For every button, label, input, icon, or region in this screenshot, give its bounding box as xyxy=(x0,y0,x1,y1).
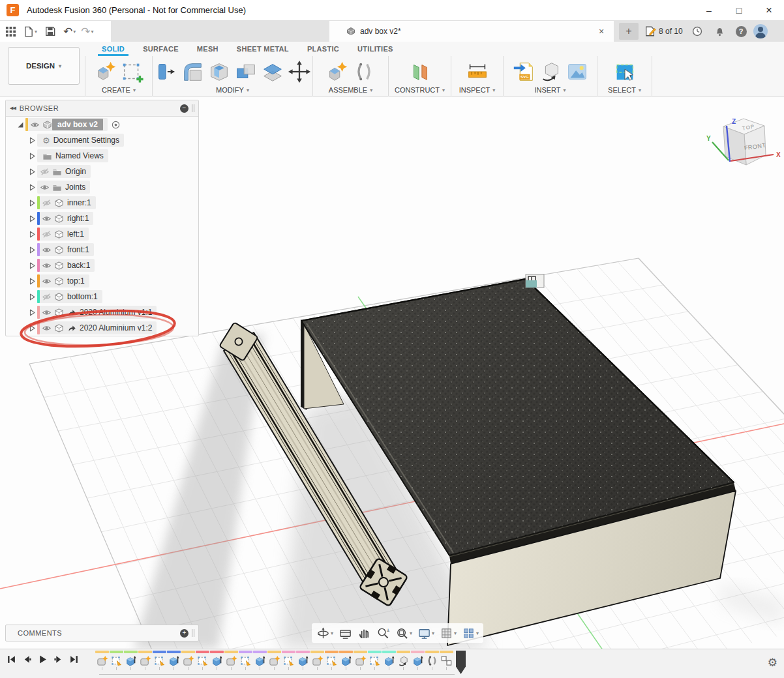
timeline-op-sketch-5[interactable] xyxy=(153,651,166,670)
document-tab-close-icon[interactable]: × xyxy=(596,26,607,37)
measure-icon[interactable] xyxy=(465,59,490,84)
press-pull-icon[interactable] xyxy=(153,59,178,84)
tab-mesh[interactable]: MESH xyxy=(188,42,228,56)
browser-item-label[interactable]: adv box v2 xyxy=(52,119,103,130)
file-new-icon[interactable]: ▾ xyxy=(23,26,37,37)
inspect-dropdown[interactable]: INSPECT▾ xyxy=(459,86,496,96)
tab-surface[interactable]: SURFACE xyxy=(134,42,188,56)
workspace-design-dropdown[interactable]: DESIGN▾ xyxy=(8,47,80,85)
browser-item-label[interactable]: front:1 xyxy=(67,245,89,254)
hide-all-icon[interactable]: − xyxy=(180,104,188,113)
browser-item-label[interactable]: inner:1 xyxy=(67,198,91,207)
component-feature-icon[interactable] xyxy=(268,655,280,667)
collapse-arrow-icon[interactable] xyxy=(27,183,37,192)
timeline-op-component-19[interactable] xyxy=(354,651,367,670)
collapse-arrow-icon[interactable] xyxy=(27,152,37,160)
collapse-arrow-icon[interactable] xyxy=(27,277,37,286)
combine-icon[interactable] xyxy=(234,59,258,84)
visibility-eye-icon[interactable] xyxy=(42,308,52,317)
create-dropdown[interactable]: CREATE▾ xyxy=(102,86,136,96)
tree-arrow[interactable] xyxy=(28,168,37,176)
extrude-feature-icon[interactable] xyxy=(211,655,223,667)
version-indicator[interactable]: 8 of 10 xyxy=(644,21,683,42)
new-tab-button[interactable]: + xyxy=(619,23,639,40)
timeline-op-extrude-12[interactable] xyxy=(253,651,267,670)
component-feature-icon[interactable] xyxy=(311,655,324,667)
timeline-op-component-16[interactable] xyxy=(310,651,324,670)
browser-item-origin[interactable]: Origin xyxy=(6,164,198,179)
zoom-button[interactable] xyxy=(374,625,392,641)
timeline-op-component-7[interactable] xyxy=(181,651,195,670)
insert-svg-icon[interactable] xyxy=(511,59,536,84)
timeline-position-marker[interactable] xyxy=(456,651,466,674)
app-grid-icon[interactable] xyxy=(5,26,16,37)
ground-shadow-target-icon[interactable] xyxy=(111,120,121,130)
visibility-eye-icon[interactable] xyxy=(42,276,52,286)
tree-arrow[interactable] xyxy=(28,308,37,317)
collapse-arrow-icon[interactable] xyxy=(27,246,37,254)
skip-end-button[interactable] xyxy=(69,655,79,667)
notifications-bell-icon[interactable] xyxy=(712,24,727,38)
panel-grip[interactable] xyxy=(192,629,194,637)
collapse-arrow-icon[interactable] xyxy=(27,293,37,301)
visibility-eye-icon[interactable] xyxy=(42,261,52,271)
tree-arrow[interactable] xyxy=(28,214,37,223)
browser-item-label[interactable]: Named Views xyxy=(55,151,104,160)
derive-feature-icon[interactable] xyxy=(397,655,410,667)
shell-icon[interactable] xyxy=(207,59,232,84)
timeline-op-component-1[interactable] xyxy=(95,651,109,670)
user-avatar[interactable] xyxy=(753,24,768,38)
visibility-eye-icon[interactable] xyxy=(42,245,52,255)
sketch-feature-icon[interactable] xyxy=(110,655,123,667)
construct-dropdown[interactable]: CONSTRUCT▾ xyxy=(395,86,445,96)
browser-item-inner-1[interactable]: inner:1 xyxy=(6,195,198,211)
browser-header[interactable]: ◀◀ BROWSER − xyxy=(6,100,198,117)
tab-plastic[interactable]: PLASTIC xyxy=(298,42,348,56)
timeline-op-sketch-20[interactable] xyxy=(368,651,382,670)
derive-icon[interactable] xyxy=(538,59,563,84)
joint-icon[interactable] xyxy=(352,59,376,84)
grid-display-button[interactable]: ▾ xyxy=(438,625,459,641)
component-feature-icon[interactable] xyxy=(182,655,194,667)
browser-item-right-1[interactable]: right:1 xyxy=(6,211,198,226)
visibility-eye-icon[interactable] xyxy=(42,323,52,333)
extrude-feature-icon[interactable] xyxy=(340,655,352,667)
collapse-arrow-icon[interactable] xyxy=(27,308,37,317)
collapse-arrow-icon[interactable] xyxy=(27,136,37,145)
browser-item-label[interactable]: left:1 xyxy=(67,229,84,239)
tree-arrow[interactable] xyxy=(28,152,37,160)
tab-solid[interactable]: SOLID xyxy=(93,42,134,56)
skip-start-button[interactable] xyxy=(7,655,16,667)
split-icon[interactable] xyxy=(260,59,285,84)
visibility-eye-icon[interactable] xyxy=(30,120,40,130)
collapse-arrow-icon[interactable] xyxy=(27,168,37,176)
tab-sheet-metal[interactable]: SHEET METAL xyxy=(228,42,298,56)
tree-arrow[interactable] xyxy=(28,261,37,270)
new-component-icon[interactable] xyxy=(325,59,350,84)
browser-item-label[interactable]: right:1 xyxy=(67,214,89,223)
component-feature-icon[interactable] xyxy=(354,655,367,667)
collapse-arrow-icon[interactable] xyxy=(27,199,37,207)
expand-arrow-icon[interactable] xyxy=(15,121,25,129)
tree-arrow[interactable] xyxy=(28,230,37,239)
visibility-eye-off-icon[interactable] xyxy=(42,229,52,239)
collapse-arrow-icon[interactable] xyxy=(27,324,37,332)
extrude-feature-icon[interactable] xyxy=(125,655,137,667)
component-feature-icon[interactable] xyxy=(139,655,151,667)
extrude-feature-icon[interactable] xyxy=(297,655,309,667)
redo-icon[interactable]: ↷▾ xyxy=(81,26,93,37)
timeline-op-derive-22[interactable] xyxy=(397,651,410,670)
pan-button[interactable] xyxy=(355,625,373,641)
browser-item-label[interactable]: bottom:1 xyxy=(67,292,98,301)
browser-item-top-1[interactable]: top:1 xyxy=(6,273,198,289)
maximize-button[interactable]: □ xyxy=(724,0,754,20)
job-status-icon[interactable] xyxy=(690,24,704,38)
orbit-button[interactable]: ▾ xyxy=(314,625,335,641)
browser-item-front-1[interactable]: front:1 xyxy=(6,242,198,258)
timeline-op-extrude-18[interactable] xyxy=(339,651,353,670)
construct-plane-icon[interactable] xyxy=(408,59,432,84)
timeline-op-extrude-3[interactable] xyxy=(124,651,138,670)
step-back-button[interactable] xyxy=(22,655,32,667)
modify-dropdown[interactable]: MODIFY▾ xyxy=(216,86,249,96)
extrude-feature-icon[interactable] xyxy=(383,655,395,667)
